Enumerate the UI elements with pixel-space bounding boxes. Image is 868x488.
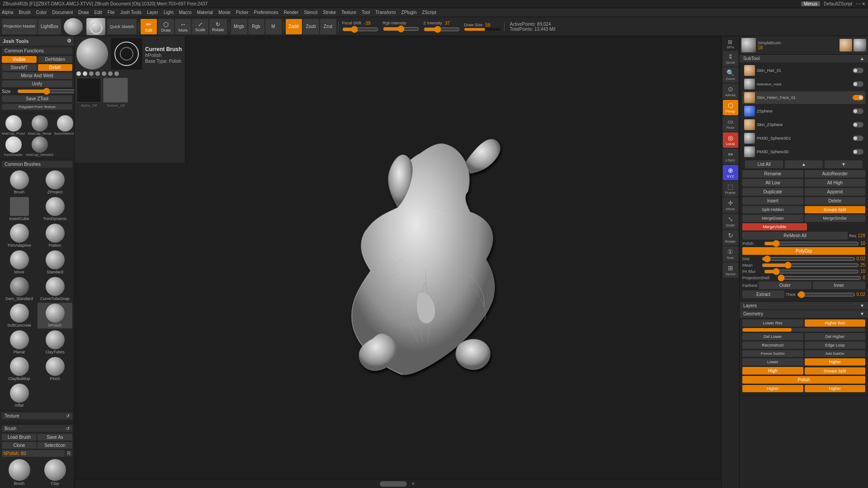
lightbox-button[interactable]: LightBox [38,19,61,34]
list-all-button[interactable]: List All [745,160,783,168]
projection-master-button[interactable]: Projection Master [2,19,37,34]
save-ztool-button[interactable]: Save ZTool [2,95,72,102]
projection-shell-slider[interactable] [778,276,861,280]
simple-brush-thumb[interactable] [741,38,756,52]
polypaint-from-texture-button[interactable]: Polypaint From Texture [2,104,72,110]
subtool-helenbox[interactable]: helenbox_mark [742,78,865,90]
window-controls[interactable]: ▫ ▫ ✕ [856,1,865,6]
menu-light[interactable]: Light [164,10,174,15]
reconstruct-button[interactable]: Reconstruct [742,342,803,349]
edit-button[interactable]: ✏ Edit [141,19,157,34]
geom-lower-button[interactable]: Lower [742,358,803,366]
brush-planar[interactable]: Planar [2,329,37,355]
subtool-toggle-helenbox[interactable] [853,81,863,87]
scroll-arrow[interactable]: ▼ [410,481,416,487]
brush-trimadaptive[interactable]: TrimAdaptive [2,223,37,249]
mat-metal03[interactable]: MatCap_Metal03 [26,136,53,157]
z-intensity-slider[interactable] [424,26,460,33]
auto-reorder-button[interactable]: AutoReorder [805,170,866,178]
menu-render[interactable]: Render [283,10,298,15]
geom-higher-btn-3[interactable]: Higher [805,385,866,392]
josh-tools-icon[interactable]: ⚙ [67,38,71,44]
solo-button[interactable]: ① Solo [723,246,738,262]
subtool-toggle-pm3d-1[interactable] [853,136,863,141]
quick-sketch-button[interactable]: Quick Sketch [107,19,137,34]
brush-pinch[interactable]: Pinch [38,356,72,382]
brush-name-input[interactable] [2,450,65,457]
menu-layer[interactable]: Layer [147,10,158,15]
menu-document[interactable]: Document [52,10,73,15]
add-subdiv-button[interactable]: Add SubDiv [805,350,866,357]
aahal-button[interactable]: ⊙ AAHal [723,84,738,99]
delete-button[interactable]: Delete [805,197,866,205]
storemt-button[interactable]: StoreMT [2,64,37,71]
duplicate-button[interactable]: Duplicate [742,188,803,196]
mat-basic[interactable]: BasicMaterial [54,115,75,136]
brush-refresh-icon[interactable]: ↺ [66,426,70,431]
merge-down-button[interactable]: MergeDown [742,215,803,222]
xpose-button[interactable]: ⊞ Xpose [723,263,738,278]
brush-inflat[interactable]: Inflat [2,383,37,408]
brush-claytubes[interactable]: ClayTubes [38,329,72,355]
menu-texture[interactable]: Texture [341,10,356,15]
subtool-pm3d-1[interactable]: PM3D_Sphere3D1 [742,132,865,145]
menu-tool[interactable]: Tool [362,10,370,15]
rgb-intensity-slider[interactable] [383,26,419,32]
mat-fast[interactable]: FastShader [2,136,25,157]
edge-loop-button[interactable]: Edge Loop [805,342,866,349]
all-low-button[interactable]: All Low [742,179,803,187]
brush-insertcube[interactable]: InsertCube [2,196,37,222]
menu-material[interactable]: Material [197,10,213,15]
local-button[interactable]: ◎ Local [723,132,738,148]
zadd-button[interactable]: Zadd [286,19,302,34]
visible-button[interactable]: Visible [2,56,37,63]
size-slider[interactable] [17,89,75,94]
pablur-slider[interactable] [764,269,859,274]
brush-move[interactable]: Move [2,249,37,275]
subtool-header[interactable]: SubTool ▲ [740,55,868,62]
brush-stroke-preview[interactable] [86,18,105,35]
split-hidden-button[interactable]: Split Hidden [742,206,803,213]
geom-higher-button[interactable]: Higher [805,358,866,366]
brush-trimdynamic[interactable]: TrimDynamic [38,196,72,222]
menu-picker[interactable]: Picker [236,10,249,15]
groups-split-button[interactable]: Groups Split [805,206,866,213]
menu-draw[interactable]: Draw [78,10,89,15]
thick-slider[interactable] [797,292,855,297]
menu-stroke[interactable]: Stroke [323,10,336,15]
subtool-zsphere[interactable]: ZSphere [742,105,865,117]
menu-transform[interactable]: Transform [375,10,396,15]
polygrp-button[interactable]: PolyGrp [742,247,865,255]
del-higher-button[interactable]: Del Higher [805,333,866,340]
nav-rotate-button[interactable]: ↻ Rotate [723,230,738,245]
texture-refresh-icon[interactable]: ↺ [66,413,70,418]
mat-metal[interactable]: MatCap_Metal [26,115,53,136]
subtool-skin-hair-01[interactable]: Skin_Hair_01 [742,64,865,77]
arrow-up-button[interactable]: ▲ [785,160,823,168]
inner-button[interactable]: Inner [813,282,866,289]
brush-flatten[interactable]: Flatten [38,223,72,249]
brush-hpolish[interactable]: hPolish [38,303,72,328]
nav-scale-button[interactable]: ⤡ Scale [723,214,738,229]
subtool-toggle-face[interactable] [853,95,863,100]
del-lower-button[interactable]: Del Lower [742,333,803,340]
unify-button[interactable]: Unify [2,80,72,87]
skin-thumb-2[interactable] [854,39,866,52]
brush-brush[interactable]: Brush [2,169,37,195]
subtool-toggle-zsphere[interactable] [853,108,863,114]
menu-stencil[interactable]: Stencil [304,10,317,15]
xyz-button[interactable]: ⊕ XYZ [723,165,738,180]
select-icon-button[interactable]: SelectIcon [38,442,72,449]
rename-button[interactable]: Rename [742,170,803,178]
m-button[interactable]: M [265,19,282,34]
geom-polish-button[interactable]: Polish [742,376,865,384]
menu-file[interactable]: File [108,10,115,15]
small-brush-preview[interactable]: Brush [2,458,37,487]
alpha-thumb[interactable] [76,78,101,103]
geom-high-button[interactable]: High [742,367,803,375]
move-button[interactable]: ↔ More [175,19,191,34]
persp-button[interactable]: ⬡ Persp [723,100,738,115]
brush-curvetubesnapsnap[interactable]: CurveTubeSnap [38,276,72,302]
geom-groups-split-button[interactable]: Groups Split [805,367,866,375]
menu-color[interactable]: Color [36,10,47,15]
